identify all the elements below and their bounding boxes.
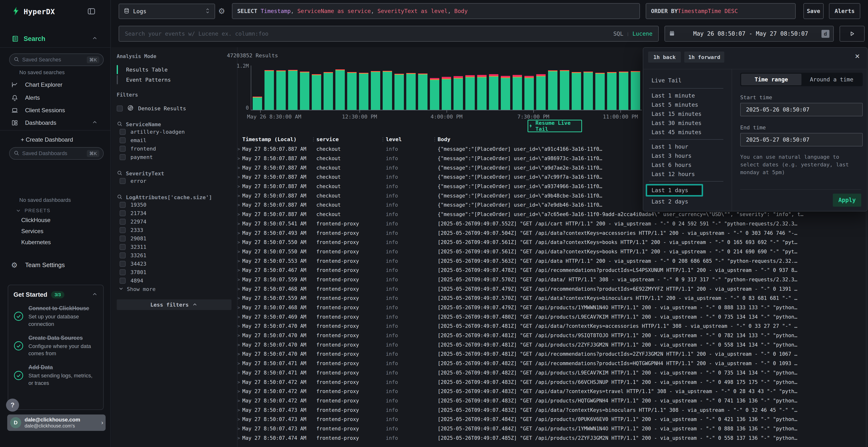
row-expand-icon[interactable]: > bbox=[238, 259, 242, 264]
filter-group-header[interactable]: SeverityText bbox=[117, 170, 237, 177]
row-expand-icon[interactable]: > bbox=[238, 436, 242, 441]
table-row[interactable]: >May 27 8:50:07.473 AMfrontend-proxyinfo… bbox=[238, 405, 866, 415]
histogram-bar[interactable] bbox=[300, 72, 309, 110]
histogram-bar[interactable] bbox=[536, 74, 546, 110]
time-preset-last-1-hour[interactable]: Last 1 hour bbox=[643, 142, 732, 151]
get-started-item[interactable]: Connect to ClickHouseSet up your databas… bbox=[13, 305, 98, 328]
filter-group-header[interactable]: ServiceName bbox=[117, 121, 237, 128]
analysis-mode-results-table[interactable]: Results Table bbox=[117, 65, 237, 75]
filter-value-row[interactable]: frontend bbox=[120, 144, 237, 153]
get-started-item[interactable]: Create Data SourcesConfigure where your … bbox=[13, 334, 98, 358]
row-expand-icon[interactable]: > bbox=[238, 398, 242, 403]
histogram-bar[interactable] bbox=[359, 73, 368, 110]
row-expand-icon[interactable]: > bbox=[238, 231, 242, 236]
histogram-bar[interactable] bbox=[371, 71, 380, 110]
row-expand-icon[interactable]: > bbox=[238, 314, 242, 319]
sidebar-item-kubernetes[interactable]: Kubernetes bbox=[21, 239, 51, 246]
presets-section-toggle[interactable]: PRESETS bbox=[16, 208, 51, 213]
table-row[interactable]: >May 27 8:50:07.473 AMfrontend-proxyinfo… bbox=[238, 415, 866, 424]
column-header-level[interactable]: level bbox=[386, 136, 432, 142]
row-expand-icon[interactable]: > bbox=[238, 203, 242, 207]
checkbox[interactable] bbox=[120, 146, 126, 152]
table-row[interactable]: >May 27 8:50:07.472 AMfrontend-proxyinfo… bbox=[238, 387, 866, 396]
time-preset-live-tail[interactable]: Live Tail bbox=[643, 75, 732, 86]
histogram-bar[interactable] bbox=[406, 73, 416, 110]
column-resize-handle[interactable]: ⋮ bbox=[432, 136, 438, 142]
checkbox[interactable] bbox=[120, 244, 126, 250]
checkbox[interactable] bbox=[120, 278, 126, 284]
checkbox[interactable] bbox=[120, 154, 126, 160]
row-expand-icon[interactable]: > bbox=[238, 240, 242, 245]
histogram-bar[interactable] bbox=[312, 74, 321, 110]
table-row[interactable]: >May 27 8:50:07.474 AMfrontend-proxyinfo… bbox=[238, 433, 866, 443]
filter-value-row[interactable]: 22974 bbox=[120, 217, 237, 226]
table-row[interactable]: >May 27 8:50:07.470 AMfrontend-proxyinfo… bbox=[238, 331, 866, 340]
checkbox[interactable] bbox=[120, 178, 126, 184]
tab-around-a-time[interactable]: Around a time bbox=[802, 74, 862, 85]
time-preset-last-45-minutes[interactable]: Last 45 minutes bbox=[643, 128, 732, 137]
histogram-bar[interactable] bbox=[560, 70, 569, 110]
apply-button[interactable]: Apply bbox=[833, 194, 861, 207]
chevron-up-icon[interactable] bbox=[92, 119, 98, 127]
saved-searches-input[interactable]: Saved Searches ⌘K bbox=[9, 54, 104, 66]
histogram-bar[interactable] bbox=[501, 76, 510, 110]
row-expand-icon[interactable]: > bbox=[238, 286, 242, 291]
row-expand-icon[interactable]: > bbox=[238, 370, 242, 375]
sidebar-item-client-sessions[interactable]: Client Sessions bbox=[0, 104, 111, 117]
time-preset-last-12-hours[interactable]: Last 12 hours bbox=[643, 170, 732, 179]
order-by-input[interactable]: ORDER BY TimestampTime DESC bbox=[646, 3, 796, 19]
sidebar-item-search[interactable]: Search bbox=[0, 31, 111, 47]
sidebar-item-team-settings[interactable]: ⚙ Team Settings bbox=[0, 258, 111, 272]
table-row[interactable]: >May 27 8:50:07.471 AMfrontend-proxyinfo… bbox=[238, 359, 866, 368]
checkbox[interactable] bbox=[120, 202, 126, 208]
row-expand-icon[interactable]: > bbox=[238, 324, 242, 329]
time-preset-last-2-days[interactable]: Last 2 days bbox=[643, 197, 732, 206]
time-preset-last-1-days[interactable]: Last 1 days bbox=[647, 187, 688, 194]
checkbox[interactable] bbox=[120, 236, 126, 242]
create-dashboard-button[interactable]: + Create Dashboard bbox=[0, 133, 111, 146]
filter-value-row[interactable]: 37801 bbox=[120, 268, 237, 276]
show-more-button[interactable]: Show more bbox=[118, 285, 237, 293]
column-header-timestamp[interactable]: Timestamp (Local) bbox=[242, 136, 311, 142]
sidebar-item-chart-explorer[interactable]: Chart Explorer bbox=[0, 78, 111, 92]
sidebar-item-services[interactable]: Services bbox=[21, 228, 43, 235]
time-preset-last-15-minutes[interactable]: Last 15 minutes bbox=[643, 109, 732, 118]
hyperdx-logo[interactable]: HyperDX bbox=[11, 7, 55, 16]
table-row[interactable]: >May 27 8:50:07.468 AMfrontend-proxyinfo… bbox=[238, 284, 866, 294]
sidebar-item-clickhouse[interactable]: ClickHouse bbox=[21, 217, 51, 224]
row-expand-icon[interactable]: > bbox=[238, 212, 242, 217]
histogram-bar[interactable] bbox=[595, 73, 605, 110]
table-row[interactable]: >May 27 8:50:07.469 AMfrontend-proxyinfo… bbox=[238, 312, 866, 321]
table-row[interactable]: >May 27 8:50:07.471 AMfrontend-proxyinfo… bbox=[238, 368, 866, 378]
time-preset-last-1-minute[interactable]: Last 1 minute bbox=[643, 91, 732, 100]
histogram-bar[interactable] bbox=[454, 76, 463, 110]
saved-dashboards-input[interactable]: Saved Dashboards ⌘K bbox=[9, 147, 104, 160]
date-range-input[interactable]: May 26 08:50:07 - May 27 08:50:07 d bbox=[664, 26, 834, 42]
histogram-bar[interactable] bbox=[465, 75, 475, 110]
row-expand-icon[interactable]: > bbox=[238, 342, 242, 347]
save-button[interactable]: Save bbox=[803, 3, 824, 19]
row-expand-icon[interactable]: > bbox=[238, 277, 242, 282]
table-row[interactable]: >May 27 8:50:07.468 AMfrontend-proxyinfo… bbox=[238, 303, 866, 312]
denoise-results-checkbox[interactable]: Denoise Results bbox=[117, 105, 237, 112]
filter-value-row[interactable]: 21734 bbox=[120, 209, 237, 217]
row-expand-icon[interactable]: > bbox=[238, 166, 242, 170]
sidebar-item-alerts[interactable]: Alerts bbox=[0, 91, 111, 105]
time-preset-last-6-hours[interactable]: Last 6 hours bbox=[643, 161, 732, 170]
language-toggle-lucene[interactable]: Lucene bbox=[632, 31, 652, 37]
row-expand-icon[interactable]: > bbox=[238, 408, 242, 413]
histogram-bar[interactable] bbox=[607, 72, 617, 110]
table-row[interactable]: >May 27 8:50:07.472 AMfrontend-proxyinfo… bbox=[238, 377, 866, 387]
sidebar-item-dashboards[interactable]: Dashboards bbox=[0, 116, 111, 130]
histogram-bar[interactable] bbox=[584, 72, 593, 110]
end-time-input[interactable]: 2025-05-27 08:50:07 bbox=[740, 133, 863, 146]
histogram-bar[interactable] bbox=[253, 97, 262, 110]
lucene-search-input[interactable]: Search your events w/ Lucene ex. column:… bbox=[119, 26, 659, 42]
filter-value-row[interactable]: artillery-loadgen bbox=[120, 128, 237, 136]
table-row[interactable]: >May 27 8:50:07.467 AMfrontend-proxyinfo… bbox=[238, 266, 866, 275]
row-expand-icon[interactable]: > bbox=[238, 221, 242, 226]
row-expand-icon[interactable]: > bbox=[238, 175, 242, 179]
column-resize-handle[interactable]: ⋮ bbox=[380, 136, 386, 142]
user-menu[interactable]: D dale@clickhouse.com dale@clickhouse.co… bbox=[7, 414, 105, 431]
column-header-service[interactable]: service bbox=[316, 136, 380, 142]
